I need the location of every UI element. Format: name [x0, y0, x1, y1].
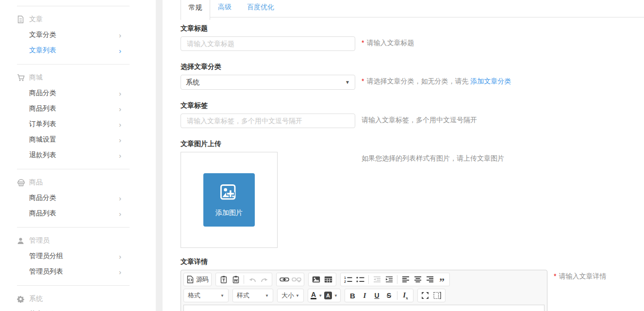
row-article-detail: 文章详情 源码 — [181, 257, 644, 311]
insert-image-button[interactable] — [310, 274, 322, 285]
row-article-tags: 文章标签 请输入文章标签，多个用中文逗号隔开 — [181, 100, 644, 128]
chevron-right-icon: › — [119, 253, 121, 260]
size-dropdown[interactable]: 大小 ▼ — [277, 289, 304, 302]
image-upload-box: 添加图片 — [181, 152, 278, 248]
sidebar-group-header-article: 文章 — [17, 12, 130, 27]
editor-content[interactable] — [183, 305, 545, 311]
strikethrough-button[interactable]: S — [383, 290, 395, 301]
category-select[interactable]: 系统 ▼ — [181, 75, 355, 90]
chevron-right-icon: › — [119, 105, 121, 113]
sidebar-group-header-system: 系统 — [17, 291, 130, 307]
add-category-link[interactable]: 添加文章分类 — [470, 77, 511, 85]
add-image-label: 添加图片 — [215, 209, 243, 217]
sidebar-group-label: 商城 — [29, 73, 43, 82]
link-button[interactable] — [278, 274, 290, 285]
source-code-icon — [186, 276, 194, 283]
blockquote-icon: ” — [439, 275, 445, 284]
undo-button[interactable] — [246, 274, 258, 285]
format-dropdown[interactable]: 格式 ▼ — [183, 289, 229, 302]
sidebar-item-admin-group[interactable]: 管理员分组 › — [17, 248, 130, 264]
sidebar-item-mall-settings[interactable]: 商城设置 › — [17, 132, 130, 147]
insert-table-button[interactable] — [322, 274, 334, 285]
row-article-title: 文章标题 *请输入文章标题 — [181, 23, 644, 51]
maximize-button[interactable] — [419, 290, 431, 301]
chevron-right-icon: › — [119, 210, 121, 217]
dropdown-caret-icon: ▼ — [318, 294, 322, 298]
sidebar-group-header-mall: 商城 — [17, 70, 130, 85]
indent-button[interactable] — [383, 274, 395, 285]
tab-general[interactable]: 常规 — [181, 0, 210, 20]
article-title-input[interactable] — [181, 36, 355, 51]
sidebar-group-mall: 商城 商品分类 › 商品列表 › 订单列表 › 商城设置 › 退款列表 › — [17, 64, 130, 169]
bulleted-list-button[interactable] — [354, 274, 366, 285]
outdent-button[interactable] — [371, 274, 383, 285]
redo-button[interactable] — [258, 274, 270, 285]
sidebar-item-article-list[interactable]: 文章列表 › — [17, 43, 130, 58]
text-color-button[interactable]: A ▼ — [310, 290, 323, 301]
show-blocks-icon — [433, 292, 441, 299]
align-left-icon — [402, 276, 410, 283]
show-blocks-button[interactable] — [431, 290, 444, 301]
required-asterisk: * — [554, 272, 556, 280]
sidebar-item-admin-list[interactable]: 管理员列表 › — [17, 264, 130, 279]
remove-format-button[interactable]: Ix — [399, 290, 412, 301]
article-image-help: 如果您选择的列表样式有图片，请上传文章图片 — [362, 139, 504, 248]
dropdown-caret-icon: ▼ — [265, 294, 269, 298]
sidebar-item-product-category[interactable]: 商品分类 › — [17, 190, 130, 206]
form-content: 文章标题 *请输入文章标题 选择文章分类 系统 ▼ *请选择文章分类，如无分类，… — [163, 17, 644, 311]
chevron-right-icon: › — [119, 136, 121, 144]
user-icon — [17, 237, 25, 245]
link-icon — [280, 277, 289, 282]
ordered-list-button[interactable]: 12 — [342, 274, 354, 285]
sidebar-item-order-list[interactable]: 订单列表 › — [17, 116, 130, 132]
sidebar-group-admin: 管理员 管理员分组 › 管理员列表 › — [17, 227, 130, 285]
article-title-help: *请输入文章标题 — [362, 23, 414, 51]
underline-button[interactable]: U — [371, 290, 383, 301]
article-detail-label: 文章详情 — [181, 257, 547, 266]
tab-baidu-seo[interactable]: 百度优化 — [239, 0, 282, 17]
align-center-button[interactable] — [412, 274, 424, 285]
sidebar: 文章 文章分类 › 文章列表 › 商城 商品分类 › 商品列表 › 订单列表 › — [0, 0, 156, 311]
sidebar-group-product: 商品 商品分类 › 商品列表 › — [17, 169, 130, 227]
editor-toolbar-row-1: 源码 — [183, 273, 545, 286]
unlink-button[interactable] — [290, 274, 302, 285]
source-button[interactable]: 源码 — [185, 274, 210, 285]
sidebar-item-product-list[interactable]: 商品列表 › — [17, 206, 130, 221]
sidebar-group-label: 管理员 — [29, 236, 50, 245]
style-dropdown[interactable]: 样式 ▼ — [232, 289, 273, 302]
article-detail-help: *请输入文章详情 — [554, 257, 606, 311]
article-icon — [17, 16, 25, 23]
sidebar-item-basic-info[interactable]: 基本信息 › — [17, 307, 130, 311]
indent-icon — [385, 276, 393, 283]
ordered-list-icon: 12 — [344, 276, 352, 283]
bulleted-list-icon — [356, 276, 364, 283]
align-left-button[interactable] — [399, 274, 412, 285]
align-right-button[interactable] — [424, 274, 436, 285]
add-image-button[interactable]: 添加图片 — [203, 173, 255, 227]
article-tags-input[interactable] — [181, 114, 355, 128]
bold-button[interactable]: B — [347, 290, 359, 301]
italic-button[interactable]: I — [359, 290, 371, 301]
paste-text-button[interactable] — [217, 274, 230, 285]
chevron-right-icon: › — [119, 47, 121, 54]
dropdown-caret-icon: ▼ — [220, 294, 224, 298]
sidebar-item-article-category[interactable]: 文章分类 › — [17, 27, 130, 43]
sidebar-group-system: 系统 基本信息 › — [17, 285, 130, 311]
tab-advanced[interactable]: 高级 — [210, 0, 239, 17]
bg-color-button[interactable]: A ▼ — [323, 290, 339, 301]
sidebar-scrollbar[interactable] — [156, 0, 163, 311]
sidebar-group-article: 文章 文章分类 › 文章列表 › — [17, 6, 130, 64]
blockquote-button[interactable]: ” — [436, 274, 448, 285]
sidebar-item-refund-list[interactable]: 退款列表 › — [17, 147, 130, 163]
unlink-icon — [292, 277, 301, 282]
sidebar-item-goods-list[interactable]: 商品列表 › — [17, 101, 130, 116]
article-tags-help: 请输入文章标签，多个用中文逗号隔开 — [362, 100, 477, 128]
rich-text-editor: 源码 — [181, 270, 547, 311]
sidebar-item-goods-category[interactable]: 商品分类 › — [17, 85, 130, 101]
undo-icon — [248, 276, 256, 283]
article-image-label: 文章图片上传 — [181, 139, 355, 148]
chevron-right-icon: › — [119, 32, 121, 39]
svg-text:1: 1 — [344, 276, 346, 279]
paste-word-button[interactable] — [230, 274, 242, 285]
redo-icon — [261, 276, 268, 283]
